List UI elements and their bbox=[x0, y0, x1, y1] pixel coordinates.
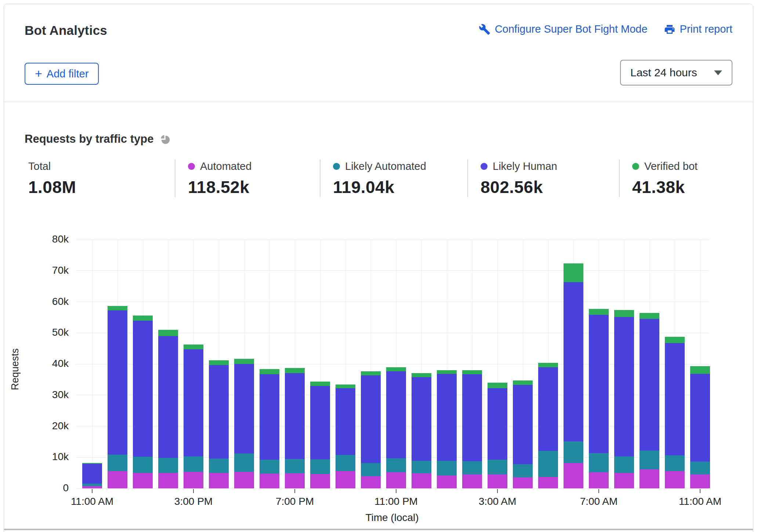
segment-verified-bot bbox=[437, 370, 457, 374]
bar-11:00 PM[interactable] bbox=[386, 367, 406, 488]
configure-super-bot-fight-mode-link[interactable]: Configure Super Bot Fight Mode bbox=[479, 23, 648, 35]
segment-likely-human bbox=[437, 374, 457, 461]
segment-likely-automated bbox=[437, 461, 457, 475]
y-tick-label: 60k bbox=[25, 296, 69, 307]
segment-verified-bot bbox=[361, 371, 381, 375]
segment-likely-automated bbox=[310, 459, 330, 474]
printer-icon bbox=[664, 23, 675, 35]
bar-6:00 PM[interactable] bbox=[260, 369, 279, 488]
segment-automated bbox=[488, 474, 507, 488]
segment-verified-bot bbox=[462, 370, 482, 374]
bar-11:00 AM[interactable] bbox=[690, 366, 710, 488]
stat-label: Automated bbox=[200, 160, 251, 172]
bar-12:00 AM[interactable] bbox=[412, 373, 431, 488]
bar-8:00 AM[interactable] bbox=[614, 310, 634, 488]
bar-7:00 AM[interactable] bbox=[589, 309, 609, 488]
segment-verified-bot bbox=[336, 385, 355, 388]
x-tick bbox=[92, 489, 93, 493]
segment-verified-bot bbox=[386, 367, 406, 371]
segment-automated bbox=[614, 473, 634, 488]
stat-likely-automated: Likely Automated 119.04k bbox=[320, 160, 467, 197]
bar-1:00 PM[interactable] bbox=[133, 316, 153, 488]
bar-4:00 AM[interactable] bbox=[513, 380, 533, 488]
segment-automated bbox=[513, 477, 533, 489]
y-tick-label: 30k bbox=[25, 389, 69, 401]
stat-label: Likely Automated bbox=[345, 160, 426, 172]
bar-9:00 AM[interactable] bbox=[640, 313, 659, 488]
segment-likely-human bbox=[690, 374, 710, 462]
y-tick-label: 50k bbox=[25, 327, 69, 338]
bar-12:00 PM[interactable] bbox=[108, 306, 127, 488]
print-report-link[interactable]: Print report bbox=[664, 23, 732, 35]
segment-automated bbox=[108, 471, 127, 488]
bottom-divider bbox=[4, 529, 753, 530]
card-header: Bot Analytics Configure Super Bot Fight … bbox=[4, 4, 753, 102]
bar-3:00 AM[interactable] bbox=[488, 383, 507, 488]
x-tick bbox=[193, 489, 194, 493]
segment-likely-automated bbox=[260, 460, 279, 474]
time-range-dropdown[interactable]: Last 24 hours bbox=[620, 60, 732, 85]
bar-2:00 PM[interactable] bbox=[158, 330, 178, 488]
bar-6:00 AM[interactable] bbox=[564, 263, 583, 488]
y-axis-title: Requests bbox=[10, 340, 21, 399]
x-tick-label: 3:00 PM bbox=[153, 496, 234, 507]
segment-likely-human bbox=[640, 319, 659, 451]
bar-3:00 PM[interactable] bbox=[184, 345, 203, 488]
x-tick-label: 7:00 AM bbox=[558, 496, 639, 507]
segment-verified-bot bbox=[108, 306, 127, 310]
bar-9:00 PM[interactable] bbox=[336, 385, 355, 488]
segment-automated bbox=[285, 473, 305, 488]
automated-legend-dot bbox=[188, 163, 195, 170]
segment-likely-human bbox=[513, 385, 533, 464]
segment-verified-bot bbox=[310, 382, 330, 386]
x-tick bbox=[396, 489, 396, 493]
segment-likely-automated bbox=[133, 457, 153, 473]
segment-likely-human bbox=[234, 364, 254, 453]
segment-verified-bot bbox=[285, 368, 305, 373]
bar-5:00 AM[interactable] bbox=[538, 363, 558, 488]
segment-likely-automated bbox=[488, 460, 507, 474]
print-link-label: Print report bbox=[680, 23, 732, 35]
segment-likely-human bbox=[614, 317, 634, 456]
x-axis-title: Time (local) bbox=[352, 512, 432, 524]
bar-7:00 PM[interactable] bbox=[285, 368, 305, 488]
segment-likely-human bbox=[133, 321, 153, 456]
x-tick-label: 11:00 AM bbox=[52, 496, 133, 507]
segment-verified-bot bbox=[564, 263, 583, 282]
wrench-icon bbox=[479, 23, 490, 35]
segment-likely-human bbox=[158, 336, 178, 458]
segment-likely-automated bbox=[108, 455, 127, 471]
segment-automated bbox=[184, 472, 203, 488]
bar-8:00 PM[interactable] bbox=[310, 382, 330, 488]
segment-verified-bot bbox=[260, 369, 279, 374]
segment-likely-human bbox=[538, 367, 558, 451]
page-title: Bot Analytics bbox=[25, 23, 107, 38]
bar-4:00 PM[interactable] bbox=[209, 360, 229, 488]
stat-value: 119.04k bbox=[333, 177, 460, 197]
bar-2:00 AM[interactable] bbox=[462, 370, 482, 488]
v-gridline bbox=[92, 240, 93, 488]
segment-automated bbox=[234, 472, 254, 488]
segment-automated bbox=[690, 474, 710, 488]
segment-likely-human bbox=[108, 310, 127, 454]
bar-1:00 AM[interactable] bbox=[437, 370, 457, 488]
stat-label: Verified bot bbox=[644, 160, 698, 172]
segment-automated bbox=[133, 473, 153, 488]
pie-chart-icon bbox=[159, 134, 170, 145]
bar-10:00 AM[interactable] bbox=[665, 337, 685, 488]
y-tick-label: 10k bbox=[25, 451, 69, 463]
segment-verified-bot bbox=[614, 310, 634, 317]
segment-automated bbox=[310, 474, 330, 488]
segment-likely-human bbox=[564, 282, 583, 441]
segment-automated bbox=[82, 486, 102, 488]
bar-11:00 AM[interactable] bbox=[82, 463, 102, 488]
segment-automated bbox=[437, 475, 457, 488]
segment-likely-automated bbox=[234, 453, 254, 472]
bar-10:00 PM[interactable] bbox=[361, 371, 381, 488]
x-tick-label: 7:00 PM bbox=[254, 496, 335, 507]
likely-human-legend-dot bbox=[481, 163, 488, 170]
segment-likely-automated bbox=[690, 462, 710, 474]
add-filter-button[interactable]: + Add filter bbox=[25, 63, 99, 85]
bar-5:00 PM[interactable] bbox=[234, 359, 254, 488]
verified-bot-legend-dot bbox=[632, 163, 639, 170]
